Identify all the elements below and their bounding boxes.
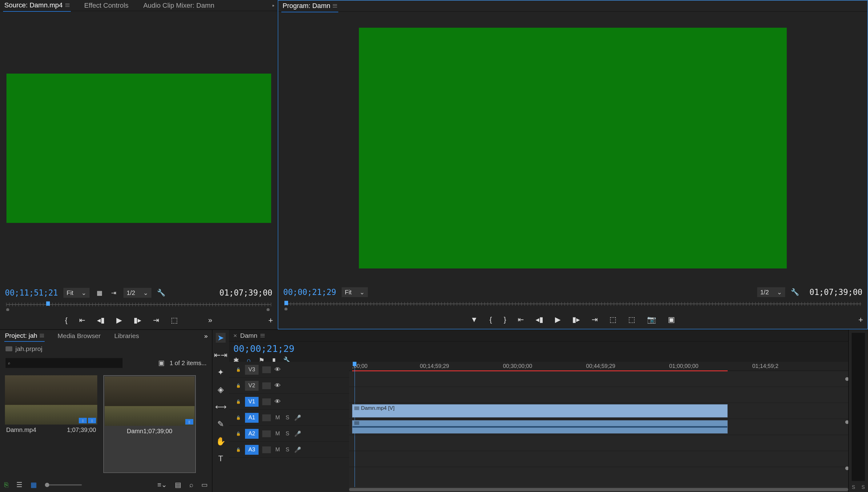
audio-meter[interactable]: S S — [848, 330, 868, 492]
program-scrubber[interactable] — [278, 300, 867, 310]
sort-icon[interactable]: ≡ — [157, 481, 167, 489]
program-res-select[interactable]: 1/2 — [757, 287, 785, 297]
step-fwd-icon[interactable]: ▮▸ — [134, 316, 141, 324]
panel-menu-icon[interactable] — [40, 334, 44, 337]
tab-libraries[interactable]: Libraries — [113, 330, 140, 341]
tab-project[interactable]: Project: jah — [4, 330, 45, 342]
go-to-out-icon[interactable]: ⇥ — [592, 315, 598, 324]
track-toggle[interactable] — [262, 383, 271, 389]
tab-media-browser[interactable]: Media Browser — [57, 330, 101, 341]
track-header-a3[interactable]: 🔓A3MS🎤 — [229, 442, 349, 458]
program-zoom-select[interactable]: Fit — [342, 287, 368, 297]
new-bin-icon[interactable]: ▭ — [201, 481, 208, 489]
tabs-overflow-icon[interactable]: » — [204, 332, 208, 340]
voiceover-icon[interactable]: 🎤 — [294, 414, 300, 421]
program-video-area[interactable] — [278, 12, 867, 285]
track-label[interactable]: V1 — [245, 397, 259, 407]
source-res-select[interactable]: 1/2 — [123, 288, 151, 298]
go-to-in-icon[interactable]: ⇤ — [79, 316, 85, 324]
search-field[interactable] — [12, 361, 120, 366]
comparison-icon[interactable]: ▣ — [668, 315, 675, 324]
thumbnail[interactable]: ▯ — [105, 376, 195, 426]
audio-clip[interactable] — [352, 420, 727, 434]
mute-icon[interactable]: M — [275, 414, 281, 421]
v-zoom-knob[interactable] — [845, 466, 848, 470]
track-label[interactable]: A2 — [245, 429, 259, 439]
type-tool-icon[interactable]: T — [216, 453, 226, 463]
track-toggle[interactable] — [262, 398, 271, 405]
add-button-icon[interactable]: + — [859, 315, 863, 324]
tab-source[interactable]: Source: Damn.mp4 — [3, 0, 71, 12]
track-header-a2[interactable]: 🔓A2MS🎤 — [229, 426, 349, 442]
solo-icon[interactable]: S — [284, 430, 290, 437]
list-view-icon[interactable]: ☰ — [16, 481, 23, 489]
slip-tool-icon[interactable]: ⟷ — [216, 402, 226, 412]
track-a1[interactable] — [349, 419, 848, 435]
razor-tool-icon[interactable]: ◈ — [216, 385, 226, 394]
lift-icon[interactable]: ⬚ — [609, 315, 616, 324]
time-ruler[interactable]: ;00;00 00;14;59;29 00;30;00;00 00;44;59;… — [349, 362, 848, 371]
eye-icon[interactable]: 👁 — [275, 398, 281, 405]
voiceover-icon[interactable]: 🎤 — [294, 446, 300, 453]
tabs-overflow-icon[interactable]: » — [272, 3, 274, 8]
add-marker-icon[interactable]: ▼ — [470, 315, 478, 324]
track-v2[interactable] — [349, 387, 848, 403]
eye-icon[interactable]: 👁 — [275, 382, 281, 389]
track-area[interactable]: ;00;00 00;14;59;29 00;30;00;00 00;44;59;… — [349, 362, 848, 492]
solo-label[interactable]: S — [862, 485, 865, 490]
export-frame-icon[interactable]: 📷 — [647, 315, 656, 324]
selection-tool-icon[interactable]: ➤ — [216, 333, 226, 343]
sequence-tab[interactable]: × Damn — [229, 330, 848, 341]
eye-icon[interactable]: 👁 — [275, 366, 281, 373]
track-v3[interactable] — [349, 371, 848, 387]
track-a2[interactable] — [349, 435, 848, 451]
safe-margins-icon[interactable]: ▦ — [95, 289, 104, 296]
timeline-timecode[interactable]: 00;00;21;29 — [233, 343, 295, 354]
source-zoom-select[interactable]: Fit — [63, 288, 90, 298]
track-toggle[interactable] — [262, 430, 271, 437]
search-input[interactable]: ⌕ — [5, 358, 123, 368]
panel-menu-icon[interactable] — [65, 4, 70, 7]
lock-icon[interactable]: 🔓 — [235, 448, 241, 452]
automate-icon[interactable]: ▤ — [175, 481, 181, 489]
source-scrubber[interactable] — [0, 300, 277, 311]
play-icon[interactable]: ▶ — [555, 315, 561, 324]
mark-in-icon[interactable]: { — [489, 315, 492, 324]
add-button-icon[interactable]: + — [269, 316, 273, 325]
track-header-v3[interactable]: 🔓V3👁 — [229, 362, 349, 378]
step-back-icon[interactable]: ◂▮ — [97, 316, 105, 324]
lock-icon[interactable]: 🔓 — [235, 416, 241, 420]
track-select-tool-icon[interactable]: ⇤⇥ — [216, 350, 226, 360]
lock-icon[interactable]: 🔓 — [235, 400, 241, 404]
write-lock-icon[interactable]: ⎘ — [4, 481, 8, 489]
track-label[interactable]: A1 — [245, 413, 259, 423]
pen-tool-icon[interactable]: ✎ — [216, 419, 226, 429]
mark-in-icon[interactable]: { — [65, 316, 68, 324]
track-toggle[interactable] — [262, 414, 271, 421]
lock-icon[interactable]: 🔓 — [235, 368, 241, 372]
go-to-in-icon[interactable]: ⇤ — [518, 315, 524, 324]
step-back-icon[interactable]: ◂▮ — [536, 315, 543, 324]
panel-menu-icon[interactable] — [260, 334, 265, 337]
settings-icon[interactable]: 🔧 — [791, 288, 799, 296]
track-header-v2[interactable]: 🔓V2👁 — [229, 378, 349, 394]
track-v1[interactable]: Damn.mp4 [V] — [349, 403, 848, 419]
track-header-v1[interactable]: 🔓V1👁 — [229, 394, 349, 410]
tab-program[interactable]: Program: Damn — [281, 0, 338, 12]
extract-icon[interactable]: ⬚ — [628, 315, 635, 324]
program-timecode[interactable]: 00;00;21;29 — [283, 288, 336, 297]
bin-item[interactable]: ▯▯ Damn.mp41;07;39;00 — [5, 375, 97, 473]
insert-icon[interactable]: ⬚ — [171, 316, 178, 324]
source-video-area[interactable] — [0, 11, 277, 285]
video-clip[interactable]: Damn.mp4 [V] — [352, 404, 727, 418]
step-fwd-icon[interactable]: ▮▸ — [572, 315, 580, 324]
tab-audio-mixer[interactable]: Audio Clip Mixer: Damn — [142, 0, 215, 11]
thumbnail[interactable]: ▯▯ — [5, 375, 97, 424]
h-scrollbar[interactable] — [349, 487, 848, 492]
v-zoom-knob[interactable] — [845, 377, 848, 381]
hand-tool-icon[interactable]: ✋ — [216, 436, 226, 446]
mute-icon[interactable]: M — [275, 430, 281, 437]
go-to-out-icon[interactable]: ⇥ — [153, 316, 159, 324]
thumbnail-slider[interactable] — [45, 484, 82, 486]
project-file-row[interactable]: jah.prproj — [0, 342, 212, 355]
